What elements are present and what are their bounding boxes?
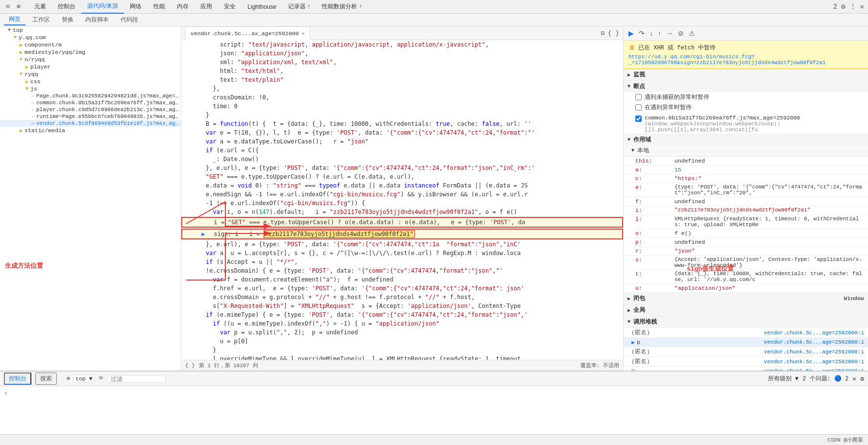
tab-performance[interactable]: 性能 xyxy=(147,0,171,14)
tree-item-page-chunk[interactable]: — Page.chunk.9c3c92558294294821dd.js?max… xyxy=(0,93,181,99)
tab-security[interactable]: 安全 xyxy=(218,0,241,14)
close-console-icon[interactable]: ✕ xyxy=(852,375,856,383)
callstack-item-anonymous-3[interactable]: (匿名) vendor.chunk.5c...age=2592000:1 xyxy=(624,356,868,366)
checkbox-uncaught[interactable] xyxy=(635,94,642,100)
tree-item-player[interactable]: ▶ player xyxy=(0,63,181,70)
tab-snippets[interactable]: 代码段 xyxy=(116,15,143,25)
tab-search-bottom[interactable]: 搜索 xyxy=(35,373,57,385)
code-tab-vendor[interactable]: vendor.chunk.5c...ax_age=2592000 ✕ xyxy=(185,26,310,40)
tree-label: ryqq xyxy=(24,71,38,77)
step-into-btn[interactable]: ↓ xyxy=(649,28,654,38)
filter-input[interactable] xyxy=(107,375,166,383)
section-global-header[interactable]: ▶ 全局 xyxy=(624,304,868,316)
tree-item-nryqq[interactable]: ▼ n/ryqq xyxy=(0,56,181,63)
checkbox-exception[interactable] xyxy=(635,104,642,111)
code-line: if ((u = e.mimeType).indexOf(",") > -1) … xyxy=(181,319,623,328)
callstack-item-anonymous-2[interactable]: (匿名) vendor.chunk.5c...age=2592000:1 xyxy=(624,347,868,356)
code-line: if (e.url = C({ xyxy=(181,146,623,155)
console-input-row: › xyxy=(4,388,864,398)
scope-row-p: p: undefined xyxy=(624,237,868,246)
callstack-item-anonymous-1[interactable]: (匿名) vendor.chunk.5c...age=2592000:1 xyxy=(624,328,868,337)
folder-icon: ▶ xyxy=(25,79,28,85)
close-icon[interactable]: ✕ xyxy=(860,2,864,11)
code-line: "GET" === e.type.toUpperCase() ? (e.url … xyxy=(181,172,623,181)
tab-content-scripts[interactable]: 内容脚本 xyxy=(80,15,114,25)
folder-icon: ▼ xyxy=(20,57,23,62)
local-scope-header[interactable]: ▼ 本地 xyxy=(624,145,868,156)
tab-workspace[interactable]: 工作区 xyxy=(27,15,55,25)
code-line: var f = document.createElement("a"); f =… xyxy=(181,275,623,284)
code-panel: vendor.chunk.5c...ax_age=2592000 ✕ ⊡ { }… xyxy=(181,26,623,371)
console-input[interactable] xyxy=(12,390,864,397)
tree-item-ryqq[interactable]: ▼ ryqq xyxy=(0,70,181,78)
tree-label: component/m xyxy=(24,42,62,48)
section-closure-header[interactable]: ▶ 闭包 Window xyxy=(624,293,868,304)
deactivate-breakpoints-btn[interactable]: ⊘ xyxy=(677,28,685,38)
tree-item-common-chunk[interactable]: — common.chunk.0b15a31f7bc269ea76ff.js?m… xyxy=(0,99,181,106)
tab-application[interactable]: 应用 xyxy=(194,0,218,14)
file-icon: — xyxy=(31,121,34,126)
step-out-btn[interactable]: ↑ xyxy=(657,28,662,38)
section-callstack-header[interactable]: ▼ 调用堆栈 xyxy=(624,316,868,328)
tab-elements[interactable]: 元素 xyxy=(28,0,52,14)
context-selector[interactable]: top ▼ xyxy=(73,375,95,383)
tree-item-static-media[interactable]: ▶ static/media xyxy=(0,127,181,134)
xhr-url[interactable]: https://u6.y.qq.com/cgi-bin/musics.fcg?_… xyxy=(628,54,863,66)
console-right: 所有级别 ▼ 2 个问题: 🔵 2 ✕ ⚙ xyxy=(768,375,864,383)
checkbox-bp[interactable] xyxy=(635,116,642,122)
tree-item-vendor-chunk[interactable]: — vendor.chunk.5cdf0694e9d53fb1e18f.js?m… xyxy=(0,120,181,127)
step-btn[interactable]: → xyxy=(665,28,674,38)
console-toolbar: 控制台 搜索 ⊘ top ▼ 👁 所有级别 ▼ 2 个问题: 🔵 2 ✕ ⚙ xyxy=(0,372,868,386)
status-bar: CSDN @小爬菜 xyxy=(0,434,868,445)
tree-label: player.chunk.c9d5d7c9966dea2b213c.js?max… xyxy=(36,107,181,113)
step-over-btn[interactable]: ↷ xyxy=(638,28,646,38)
tree-item-component[interactable]: ▶ component/m xyxy=(0,41,181,48)
code-footer: { } 第 1 行，第 18207 列 覆盖率: 不适用 xyxy=(181,360,623,371)
section-scope-header[interactable]: ▼ 作用域 xyxy=(624,134,868,145)
pretty-print-icon[interactable]: { } xyxy=(608,29,619,37)
tree-item-css[interactable]: ▶ css xyxy=(0,78,181,85)
device-icon[interactable]: ⊞ xyxy=(15,3,23,11)
inspect-icon[interactable]: ⊡ xyxy=(4,3,12,11)
tab-recorder[interactable]: 记录器 ↑ xyxy=(282,0,316,14)
search-in-file-icon[interactable]: ⊡ xyxy=(601,29,605,37)
code-line: }, xyxy=(181,84,623,93)
settings-console-icon[interactable]: ⚙ xyxy=(860,375,864,383)
more-icon[interactable]: ⋮ xyxy=(849,2,856,11)
folder-icon: ▼ xyxy=(25,86,28,92)
callstack-loc: vendor.chunk.5c...age=2592000:1 xyxy=(764,349,864,355)
section-watch-header[interactable]: ▶ 监视 xyxy=(624,69,868,80)
tab-webpage[interactable]: 网页 xyxy=(4,14,25,25)
debug-panel: ▶ ↷ ↓ ↑ → ⊘ ⚠ ⏸ 已在 XHR 或 fetch 中暂停 https… xyxy=(623,26,868,371)
settings-icon[interactable]: ⚙ xyxy=(841,2,845,11)
tree-item-js[interactable]: ▼ js xyxy=(0,85,181,93)
tab-console-bottom[interactable]: 控制台 xyxy=(4,373,31,385)
tree-item-mediasyle[interactable]: ▶ mediestyle/yqq/img xyxy=(0,48,181,56)
closure-window: Window xyxy=(844,295,864,302)
tree-item-yqq[interactable]: ▼ y.qq.com xyxy=(0,34,181,41)
tab-sources[interactable]: 源代码/来源 xyxy=(81,0,124,14)
folder-icon: ▶ xyxy=(20,42,23,48)
tree-item-top[interactable]: ▼ top xyxy=(0,26,181,34)
tab-network[interactable]: 网络 xyxy=(124,0,147,14)
scope-row-this: this: undefined xyxy=(624,156,868,165)
xhr-banner-text: 已在 XHR 或 fetch 中暂停 xyxy=(638,44,716,52)
section-breakpoints-header[interactable]: ▼ 断点 xyxy=(624,81,868,92)
tab-lighthouse[interactable]: Lighthouse xyxy=(241,0,282,14)
checkbox-label: 在遇到异常时暂停 xyxy=(645,103,692,112)
tab-console[interactable]: 控制台 xyxy=(52,0,81,14)
no-filter-icon[interactable]: ⊘ xyxy=(67,375,70,382)
eye-icon[interactable]: 👁 xyxy=(98,375,104,382)
pause-on-exceptions-btn[interactable]: ⚠ xyxy=(688,28,696,38)
tab-memory[interactable]: 内存 xyxy=(171,0,194,14)
tree-item-runtime-chunk[interactable]: — runtime~Page.e55bbc67ceb760049835.js?m… xyxy=(0,113,181,120)
resume-btn[interactable]: ▶ xyxy=(627,28,635,38)
callstack-item-B[interactable]: ▶ B vendor.chunk.5c...age=2592000:1 xyxy=(624,337,868,347)
level-selector[interactable]: 所有级别 ▼ xyxy=(768,375,798,383)
callstack-item-H[interactable]: H vendor.chunk.5c...age=2592000:1 xyxy=(624,366,868,371)
tab-overrides[interactable]: 替换 xyxy=(57,15,78,25)
tab-perf-insights[interactable]: 性能数据分析 ↑ xyxy=(316,0,367,14)
code-content[interactable]: script: "text/javascript, application/ja… xyxy=(181,40,623,360)
tree-item-player-chunk[interactable]: — player.chunk.c9d5d7c9966dea2b213c.js?m… xyxy=(0,106,181,113)
code-tab-close[interactable]: ✕ xyxy=(302,30,305,37)
